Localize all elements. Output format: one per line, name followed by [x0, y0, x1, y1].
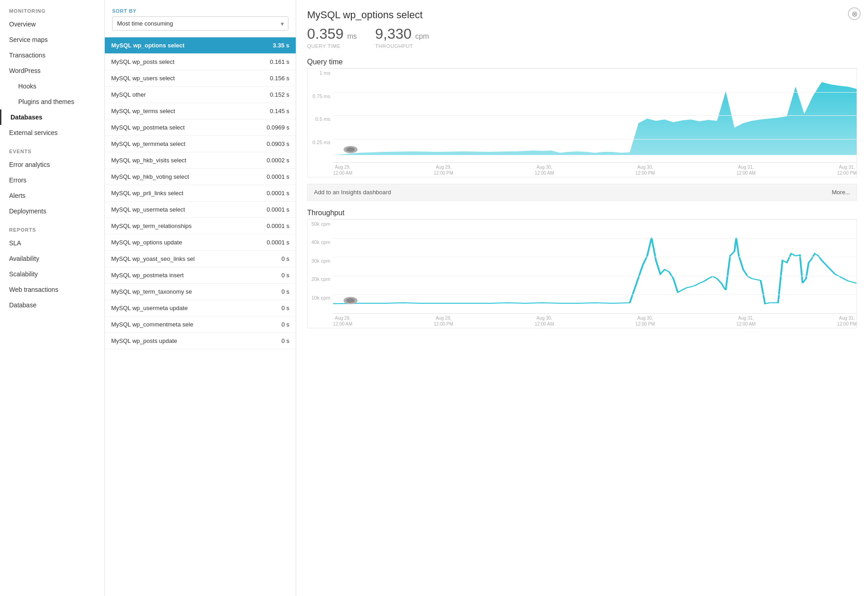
query-time-label: QUERY TIME — [307, 43, 357, 49]
throughput-value-group: 9,330 cpm — [375, 26, 429, 42]
db-item-value: 0.156 s — [262, 75, 289, 82]
db-list-item[interactable]: MySQL wp_options update0.0001 s — [105, 234, 296, 251]
throughput-metric: 9,330 cpm THROUGHPUT — [375, 26, 429, 49]
db-item-value: 0.0001 s — [262, 173, 289, 180]
main-content: SORT BY Most time consuming Most calls S… — [105, 0, 868, 596]
insights-label[interactable]: Add to an Insights dashboard — [314, 189, 391, 196]
db-list-item[interactable]: MySQL wp_postmeta select0.0969 s — [105, 119, 296, 136]
db-list-item[interactable]: MySQL wp_usermeta update0 s — [105, 300, 296, 316]
sidebar-item-external-services[interactable]: External services — [0, 125, 104, 140]
db-item-name: MySQL wp_usermeta update — [111, 305, 257, 311]
sidebar-item-sla[interactable]: SLA — [0, 235, 104, 251]
db-list-item[interactable]: MySQL other0.152 s — [105, 87, 296, 103]
query-time-value: 0.359 — [307, 26, 344, 42]
db-item-name: MySQL wp_hkb_visits select — [111, 157, 257, 164]
db-item-value: 0.161 s — [262, 58, 289, 65]
sort-bar: SORT BY Most time consuming Most calls S… — [105, 0, 296, 37]
x-label-aug31-pm: Aug 31,12:00 PM — [837, 164, 857, 176]
db-item-value: 0 s — [262, 255, 289, 262]
db-item-value: 0 s — [262, 305, 289, 311]
db-list-item[interactable]: MySQL wp_posts select0.161 s — [105, 54, 296, 70]
ty-label-50k: 50k cpm — [308, 221, 330, 227]
x-label-aug30-am: Aug 30,12:00 AM — [535, 164, 554, 176]
sidebar-item-database[interactable]: Database — [0, 297, 104, 313]
db-item-name: MySQL wp_yoast_seo_links sel — [111, 255, 257, 262]
sidebar: MONITORING Overview Service maps Transac… — [0, 0, 105, 596]
db-item-name: MySQL wp_term_relationships — [111, 223, 257, 229]
throughput-value: 9,330 — [375, 26, 411, 42]
ty-label-30k: 30k cpm — [308, 258, 330, 264]
throughput-chart-title: Throughput — [307, 209, 857, 217]
db-item-value: 0.145 s — [262, 108, 289, 114]
list-panel: SORT BY Most time consuming Most calls S… — [105, 0, 296, 596]
reports-label: REPORTS — [0, 219, 104, 235]
db-item-name: MySQL wp_commentmeta sele — [111, 321, 257, 328]
tx-label-aug29-am: Aug 29,12:00 AM — [333, 315, 352, 327]
ty-label-40k: 40k cpm — [308, 239, 330, 245]
tx-label-aug31-am: Aug 31,12:00 AM — [736, 315, 755, 327]
db-item-value: 0 s — [262, 288, 289, 295]
db-list-item[interactable]: MySQL wp_termmeta select0.0903 s — [105, 136, 296, 152]
tx-label-aug29-pm: Aug 29,12:00 PM — [434, 315, 453, 327]
db-list-item[interactable]: MySQL wp_terms select0.145 s — [105, 103, 296, 119]
sidebar-item-deployments[interactable]: Deployments — [0, 203, 104, 219]
db-item-value: 0.0001 s — [262, 239, 289, 246]
db-list-item[interactable]: MySQL wp_term_relationships0.0001 s — [105, 218, 296, 234]
db-list-item[interactable]: MySQL wp_options select3.35 s — [105, 37, 296, 54]
close-button[interactable]: ⊗ — [848, 7, 861, 20]
reports-section: REPORTS SLA Availability Scalability Web… — [0, 219, 104, 313]
db-item-name: MySQL wp_terms select — [111, 108, 257, 114]
db-item-value: 3.35 s — [262, 42, 289, 49]
sidebar-item-service-maps[interactable]: Service maps — [0, 32, 104, 47]
sidebar-item-error-analytics[interactable]: Error analytics — [0, 157, 104, 172]
sidebar-item-wordpress[interactable]: WordPress — [0, 63, 104, 78]
db-list-item[interactable]: MySQL wp_postmeta insert0 s — [105, 267, 296, 284]
db-item-value: 0.0002 s — [262, 157, 289, 164]
db-item-value: 0.0969 s — [262, 124, 289, 131]
db-item-value: 0 s — [262, 272, 289, 279]
db-item-name: MySQL wp_term_taxonomy se — [111, 288, 257, 295]
y-label-025ms: 0.25 ms — [308, 140, 330, 145]
sidebar-item-availability[interactable]: Availability — [0, 251, 104, 266]
db-list-item[interactable]: MySQL wp_hkb_voting select0.0001 s — [105, 169, 296, 185]
events-label: EVENTS — [0, 140, 104, 157]
sidebar-item-alerts[interactable]: Alerts — [0, 188, 104, 203]
db-item-value: 0 s — [262, 321, 289, 328]
more-link[interactable]: More... — [832, 189, 850, 196]
db-list-item[interactable]: MySQL wp_commentmeta sele0 s — [105, 316, 296, 333]
y-label-075ms: 0.75 ms — [308, 93, 330, 99]
sidebar-item-transactions[interactable]: Transactions — [0, 47, 104, 63]
sidebar-item-hooks[interactable]: Hooks — [0, 78, 104, 94]
ty-label-10k: 10k cpm — [308, 295, 330, 301]
sidebar-item-errors[interactable]: Errors — [0, 172, 104, 188]
db-list-item[interactable]: MySQL wp_users select0.156 s — [105, 70, 296, 87]
query-time-chart-container: 1 ms 0.75 ms 0.5 ms 0.25 ms — [307, 68, 857, 177]
db-item-name: MySQL wp_options select — [111, 42, 257, 49]
db-item-name: MySQL wp_postmeta select — [111, 124, 257, 131]
db-list-item[interactable]: MySQL wp_term_taxonomy se0 s — [105, 284, 296, 300]
sidebar-item-plugins-themes[interactable]: Plugins and themes — [0, 94, 104, 109]
db-list-item[interactable]: MySQL wp_posts update0 s — [105, 333, 296, 349]
x-label-aug31-am: Aug 31,12:00 AM — [736, 164, 755, 176]
db-item-value: 0.0001 s — [262, 190, 289, 197]
query-time-unit: ms — [347, 32, 357, 40]
x-label-aug29-am: Aug 29,12:00 AM — [333, 164, 352, 176]
db-item-value: 0.0001 s — [262, 206, 289, 213]
sidebar-item-overview[interactable]: Overview — [0, 16, 104, 32]
sort-select[interactable]: Most time consuming Most calls Slowest a… — [112, 16, 288, 31]
db-list-item[interactable]: MySQL wp_hkb_visits select0.0002 s — [105, 152, 296, 169]
sort-select-wrapper: Most time consuming Most calls Slowest a… — [112, 16, 288, 31]
db-item-name: MySQL wp_prli_links select — [111, 190, 257, 197]
db-list-item[interactable]: MySQL wp_yoast_seo_links sel0 s — [105, 251, 296, 267]
insights-bar: Add to an Insights dashboard More... — [307, 184, 857, 201]
query-time-chart-title: Query time — [307, 58, 857, 66]
db-list-item[interactable]: MySQL wp_prli_links select0.0001 s — [105, 185, 296, 202]
sidebar-item-scalability[interactable]: Scalability — [0, 266, 104, 282]
sidebar-item-databases[interactable]: Databases — [0, 109, 104, 125]
db-item-value: 0.152 s — [262, 91, 289, 98]
db-list-item[interactable]: MySQL wp_usermeta select0.0001 s — [105, 202, 296, 218]
sort-label: SORT BY — [112, 8, 288, 14]
sidebar-item-web-transactions[interactable]: Web transactions — [0, 282, 104, 297]
tx-label-aug31-pm: Aug 31,12:00 PM — [837, 315, 857, 327]
db-item-name: MySQL wp_posts select — [111, 58, 257, 65]
